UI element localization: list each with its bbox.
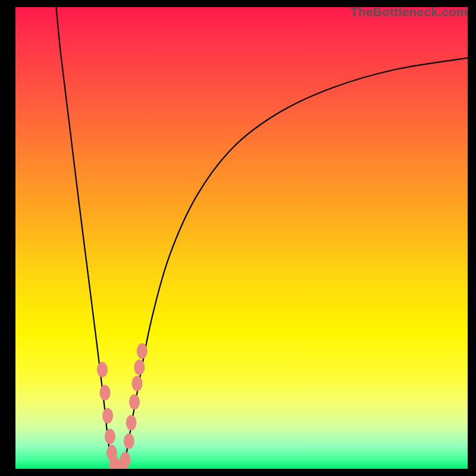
scatter-point <box>134 359 145 375</box>
scatter-point <box>97 362 108 377</box>
scatter-point <box>137 343 148 359</box>
scatter-point <box>102 408 113 424</box>
chart-frame: TheBottleneck.com <box>0 0 476 476</box>
scatter-point <box>131 375 142 391</box>
scatter-point <box>126 415 137 430</box>
plot-area <box>15 7 468 469</box>
chart-svg <box>15 7 468 469</box>
scatter-point <box>99 385 110 400</box>
scatter-point <box>105 429 115 444</box>
curve-right-branch <box>124 58 468 469</box>
scatter-point <box>120 452 131 467</box>
scatter-point <box>124 433 134 449</box>
scatter-point <box>129 394 140 409</box>
watermark-text: TheBottleneck.com <box>350 5 468 19</box>
